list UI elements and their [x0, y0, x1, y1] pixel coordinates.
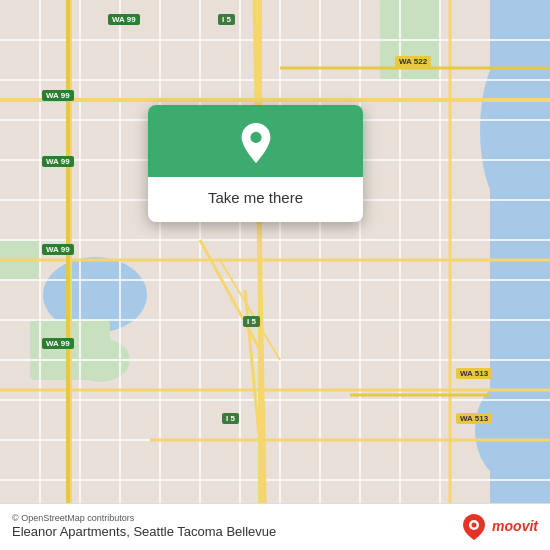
svg-point-3	[480, 50, 540, 210]
take-me-there-button[interactable]: Take me there	[204, 187, 307, 208]
highway-label-i5-3: I 5	[222, 413, 239, 424]
svg-point-46	[250, 132, 261, 143]
highway-label-i5-2: I 5	[243, 316, 260, 327]
highway-label-wa513-1: WA 513	[456, 368, 492, 379]
popup-card: Take me there	[148, 105, 363, 222]
highway-label-wa522: WA 522	[395, 56, 431, 67]
highway-label-wa99-4: WA 99	[42, 244, 74, 255]
popup-header	[148, 105, 363, 177]
moovit-pin-icon	[460, 512, 488, 540]
highway-label-wa99-5: WA 99	[42, 338, 74, 349]
osm-attribution: © OpenStreetMap contributors	[12, 513, 276, 523]
moovit-logo[interactable]: moovit	[460, 512, 538, 540]
bottom-left: © OpenStreetMap contributors Eleanor Apa…	[12, 513, 276, 539]
svg-point-48	[472, 523, 477, 528]
highway-label-wa99-3: WA 99	[42, 156, 74, 167]
highway-label-wa99-1: WA 99	[108, 14, 140, 25]
location-pin-icon	[236, 123, 276, 163]
map: WA 99 I 5 WA 522 WA 99 WA 99 WA 99 WA 99…	[0, 0, 550, 550]
highway-label-wa99-2: WA 99	[42, 90, 74, 101]
bottom-bar: © OpenStreetMap contributors Eleanor Apa…	[0, 503, 550, 550]
map-tiles	[0, 0, 550, 550]
highway-label-i5-1: I 5	[218, 14, 235, 25]
moovit-text: moovit	[492, 518, 538, 534]
location-name: Eleanor Apartments, Seattle Tacoma Belle…	[12, 524, 276, 539]
popup-button-area[interactable]: Take me there	[148, 177, 363, 222]
highway-label-wa513-2: WA 513	[456, 413, 492, 424]
